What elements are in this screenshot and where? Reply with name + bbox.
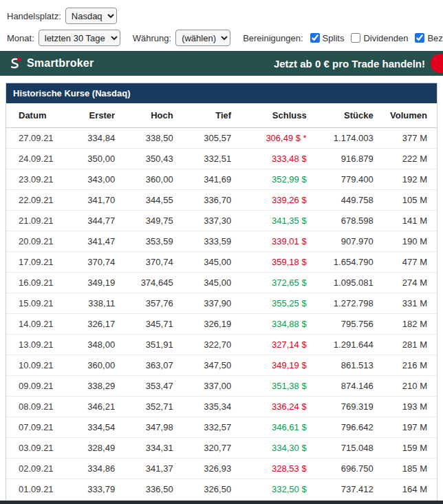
- month-select[interactable]: letzten 30 Tage: [39, 30, 120, 46]
- cell-erster: 334,86: [67, 459, 125, 479]
- table-row: 17.09.21370,74370,74345,00359,18 $1.654.…: [6, 252, 437, 273]
- dividends-checkbox[interactable]: [351, 33, 360, 43]
- cell-hoch: 338,50: [125, 128, 183, 149]
- cell-hoch: 349,75: [125, 211, 183, 231]
- table-row: 02.09.21334,86341,37326,93328,53 $696.75…: [6, 459, 437, 479]
- cell-volumen: 192 M: [383, 169, 437, 190]
- dividends-checkbox-label: Dividenden: [363, 33, 408, 43]
- subscription-rights-checkbox-label: Bezugsrechte: [427, 33, 443, 43]
- column-header-stcke: Stücke: [316, 103, 383, 128]
- table-row: 20.09.21341,47353,59333,59339,01 $907.97…: [6, 231, 437, 252]
- cell-hoch: 341,37: [125, 459, 183, 479]
- cell-schluss: 341,35 $: [241, 211, 316, 231]
- close-price: 352,99 $: [272, 174, 307, 185]
- table-row: 23.09.21343,00360,00341,69352,99 $779.40…: [6, 169, 437, 190]
- cell-erster: 338,29: [67, 376, 125, 397]
- cell-schluss: 339,01 $: [241, 231, 316, 252]
- cell-tief: 337,30: [183, 211, 241, 231]
- dividends-checkbox-wrap[interactable]: Dividenden: [351, 33, 408, 43]
- cell-datum: 08.09.21: [6, 397, 67, 417]
- cell-stuecke: 678.598: [316, 211, 383, 231]
- cell-hoch: 334,31: [125, 438, 183, 459]
- cell-schluss: 355,25 $: [241, 293, 316, 314]
- table-row: 16.09.21349,19374,645345,00372,65 $1.095…: [6, 273, 437, 293]
- close-price: 349,19 $: [272, 360, 307, 370]
- table-row: 14.09.21326,17345,71326,19334,88 $795.75…: [6, 314, 437, 335]
- filter-row-options: Monat: letzten 30 Tage Währung: (wählen)…: [7, 28, 436, 48]
- cell-erster: 348,00: [67, 335, 125, 355]
- cell-volumen: 377 M: [383, 128, 437, 149]
- cell-volumen: 477 M: [383, 252, 437, 273]
- promo-banner[interactable]: Smartbroker Jetzt ab 0 € pro Trade hande…: [0, 51, 443, 76]
- close-price: 328,53 $: [272, 463, 307, 474]
- cell-hoch: 351,91: [125, 335, 183, 355]
- subscription-rights-checkbox-wrap[interactable]: Bezugsrechte: [415, 33, 443, 43]
- cell-schluss: 349,19 $: [241, 355, 316, 376]
- cell-volumen: 331 M: [383, 293, 437, 314]
- close-price: 351,38 $: [272, 381, 307, 391]
- cell-tief: 332,51: [183, 149, 241, 169]
- cell-erster: 370,74: [67, 252, 125, 273]
- cell-datum: 24.09.21: [6, 149, 67, 169]
- cell-tief: 333,59: [183, 231, 241, 252]
- currency-select[interactable]: (wählen): [175, 30, 230, 46]
- next-section-edge: [0, 501, 443, 504]
- close-price: 332,50 $: [272, 484, 307, 494]
- cell-volumen: 210 M: [383, 376, 437, 397]
- promo-area: Jetzt ab 0 € pro Trade handeln!: [274, 58, 443, 70]
- cell-tief: 345,00: [183, 273, 241, 293]
- cell-schluss: 333,48 $: [241, 149, 316, 169]
- close-price: 334,30 $: [272, 443, 307, 453]
- splits-checkbox[interactable]: [310, 33, 320, 43]
- promo-badge[interactable]: [431, 54, 443, 73]
- cell-stuecke: 1.272.798: [316, 293, 383, 314]
- cell-hoch: 357,76: [125, 293, 183, 314]
- cell-stuecke: 779.400: [316, 169, 383, 190]
- cell-volumen: 159 M: [383, 438, 437, 459]
- cell-stuecke: 769.319: [316, 397, 383, 417]
- filter-bar: Handelsplatz: Nasdaq Monat: letzten 30 T…: [0, 0, 443, 51]
- cell-erster: 334,54: [67, 417, 125, 438]
- cell-stuecke: 696.750: [316, 459, 383, 479]
- cell-hoch: 336,50: [125, 479, 183, 500]
- cell-stuecke: 796.642: [316, 417, 383, 438]
- table-title: Historische Kurse (Nasdaq): [6, 83, 437, 103]
- cell-volumen: 216 M: [383, 355, 437, 376]
- cell-hoch: 352,71: [125, 397, 183, 417]
- currency-label: Währung:: [133, 33, 171, 43]
- cell-datum: 15.09.21: [6, 293, 67, 314]
- marketplace-label: Handelsplatz:: [7, 11, 61, 21]
- table-row: 24.09.21350,00350,43332,51333,48 $916.87…: [6, 149, 437, 169]
- cell-datum: 10.09.21: [6, 355, 67, 376]
- cell-erster: 346,21: [67, 397, 125, 417]
- splits-checkbox-wrap[interactable]: Splits: [310, 33, 345, 43]
- cell-datum: 16.09.21: [6, 273, 67, 293]
- brand-name: Smartbroker: [27, 57, 94, 70]
- cell-datum: 07.09.21: [6, 417, 67, 438]
- cell-hoch: 347,98: [125, 417, 183, 438]
- cell-hoch: 374,645: [125, 273, 183, 293]
- cell-stuecke: 1.654.790: [316, 252, 383, 273]
- cell-datum: 20.09.21: [6, 231, 67, 252]
- marketplace-select[interactable]: Nasdaq: [65, 8, 117, 24]
- promo-text: Jetzt ab 0 € pro Trade handeln!: [274, 58, 425, 70]
- cell-erster: 350,00: [67, 149, 125, 169]
- cell-hoch: 353,47: [125, 376, 183, 397]
- cell-tief: 322,70: [183, 335, 241, 355]
- column-header-datum: Datum: [6, 103, 67, 128]
- cell-erster: 344,77: [67, 211, 125, 231]
- cell-tief: 337,00: [183, 376, 241, 397]
- cell-stuecke: 907.970: [316, 231, 383, 252]
- cell-stuecke: 795.756: [316, 314, 383, 335]
- cell-tief: 341,69: [183, 169, 241, 190]
- cell-hoch: 360,00: [125, 169, 183, 190]
- cell-datum: 27.09.21: [6, 128, 67, 149]
- subscription-rights-checkbox[interactable]: [415, 33, 424, 43]
- splits-checkbox-label: Splits: [323, 33, 345, 43]
- column-header-schluss: Schluss: [241, 103, 316, 128]
- cell-erster: 338,11: [67, 293, 125, 314]
- close-price: 341,35 $: [272, 216, 307, 226]
- column-header-row: DatumErsterHochTiefSchlussStückeVolumen: [6, 103, 437, 128]
- column-header-erster: Erster: [67, 103, 125, 128]
- cell-volumen: 141 M: [383, 211, 437, 231]
